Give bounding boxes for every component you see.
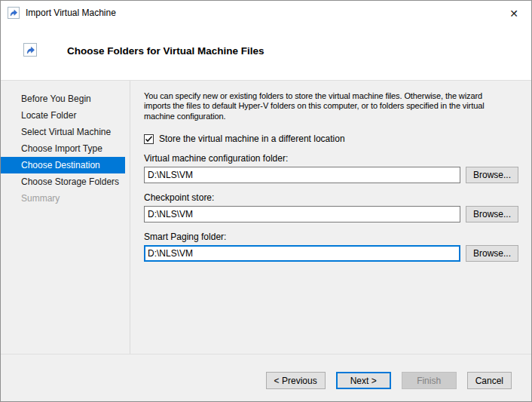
different-location-checkbox-row[interactable]: Store the virtual machine in a different…	[144, 133, 521, 144]
import-arrow-icon	[23, 43, 37, 57]
config-folder-browse-button[interactable]: Browse...	[466, 167, 518, 183]
previous-button[interactable]: < Previous	[266, 372, 326, 389]
page-content: You can specify new or existing folders …	[144, 91, 521, 262]
wizard-steps-sidebar: Before You Begin Locate Folder Select Vi…	[1, 81, 130, 354]
sidebar-item-summary: Summary	[1, 190, 125, 207]
window-title: Import Virtual Machine	[26, 8, 116, 18]
import-arrow-icon	[8, 7, 20, 19]
wizard-header: Choose Folders for Virtual Machine Files	[1, 25, 531, 80]
description-line: machine configuration.	[144, 112, 521, 121]
finish-button[interactable]: Finish	[402, 372, 457, 389]
checkpoint-store-browse-button[interactable]: Browse...	[466, 206, 518, 222]
config-folder-field: Virtual machine configuration folder: Br…	[144, 153, 521, 183]
checkpoint-store-field: Checkpoint store: Browse...	[144, 192, 521, 222]
config-folder-input[interactable]	[144, 167, 460, 183]
checkpoint-store-label: Checkpoint store:	[144, 192, 521, 203]
cancel-button[interactable]: Cancel	[467, 372, 512, 389]
main-area: Before You Begin Locate Folder Select Vi…	[1, 80, 531, 354]
smart-paging-label: Smart Paging folder:	[144, 232, 521, 242]
sidebar-item-before-you-begin[interactable]: Before You Begin	[1, 91, 125, 107]
description-line: imports the files to default Hyper-V fol…	[144, 101, 521, 111]
checkbox-checked-icon[interactable]	[144, 134, 154, 144]
smart-paging-field: Smart Paging folder: Browse...	[144, 232, 521, 262]
next-button[interactable]: Next >	[336, 372, 391, 389]
import-vm-wizard-window: Import Virtual Machine ✕ Choose Folders …	[0, 0, 532, 402]
sidebar-item-select-virtual-machine[interactable]: Select Virtual Machine	[1, 124, 125, 140]
smart-paging-input[interactable]	[144, 245, 460, 262]
close-icon[interactable]: ✕	[506, 5, 522, 22]
description: You can specify new or existing folders …	[144, 91, 521, 121]
checkbox-label: Store the virtual machine in a different…	[159, 133, 345, 144]
wizard-buttons: < Previous Next > Finish Cancel	[266, 372, 512, 389]
titlebar: Import Virtual Machine ✕	[1, 1, 531, 25]
sidebar-item-choose-import-type[interactable]: Choose Import Type	[1, 140, 125, 157]
config-folder-label: Virtual machine configuration folder:	[144, 153, 521, 164]
description-line: You can specify new or existing folders …	[144, 91, 521, 101]
sidebar-item-locate-folder[interactable]: Locate Folder	[1, 107, 125, 124]
footer: < Previous Next > Finish Cancel	[1, 354, 531, 401]
sidebar-item-choose-storage-folders[interactable]: Choose Storage Folders	[1, 173, 125, 190]
page-title: Choose Folders for Virtual Machine Files	[67, 45, 264, 57]
sidebar-item-choose-destination[interactable]: Choose Destination	[1, 157, 125, 173]
checkpoint-store-input[interactable]	[144, 206, 460, 222]
smart-paging-browse-button[interactable]: Browse...	[466, 245, 518, 262]
